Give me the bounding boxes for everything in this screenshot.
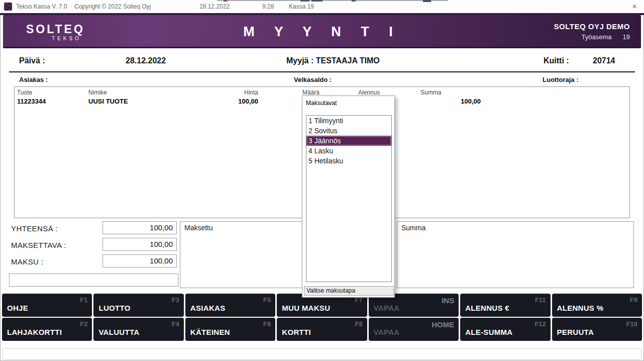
column-header-maara: Määrä [302,89,319,96]
column-header-nimike: Nimike [88,89,107,96]
ale-summa-button[interactable]: ALE-SUMMA F12 [460,318,550,341]
workstation-info: Työasema19 [554,33,630,41]
fkey-label: PERUUTA [557,328,594,336]
debt-label: Velkasaldo : [294,76,332,83]
titlebar-date: 28.12.2022 [199,3,230,10]
sum-panel-title: Summa [401,224,425,232]
fkey-keycap: F3 [172,296,179,304]
fkey-label: LUOTTO [98,304,130,312]
total-label: YHTEENSÄ : [11,224,58,233]
payable-label: MAKSETTAVA : [11,241,66,249]
fkey-keycap: F6 [263,320,271,328]
fkey-label: OHJE [7,304,28,312]
fkey-keycap: F2 [80,320,87,328]
fkey-keycap: F1 [80,296,87,304]
alennus-euro-button[interactable]: ALENNUS € F11 [460,294,550,317]
column-header-summa: Summa [420,89,441,96]
payment-method-item[interactable]: 2 Sovitus [306,126,391,136]
credit-limit-label: Luottoraja : [543,76,579,83]
close-icon[interactable]: ✕ [632,3,637,10]
fkey-keycap: HOME [432,320,454,329]
paid-panel-title: Maksettu [184,224,213,232]
divider [9,71,635,72]
cell-summa: 100,00 [420,98,481,105]
fkey-label: VALUUTTA [98,328,139,336]
entry-input[interactable] [9,274,178,287]
receipt-number: 20714 [593,56,615,65]
pos-window: Tekso Kassa V. 7.0 Copyright © 2022 Solt… [0,0,644,361]
fkey-label: VAPAA [374,304,400,312]
fkey-keycap: F11 [535,296,546,304]
kateinen-button[interactable]: KÄTEINEN F6 [185,318,275,341]
fkey-label: ALENNUS € [465,304,509,312]
customer-label: Asiakas : [19,76,48,83]
workstation-number: 19 [623,33,630,41]
titlebar-register: Kassa 19 [289,3,314,10]
fkey-label: KORTTI [282,328,311,336]
fkey-keycap: F9 [630,296,637,304]
fkey-keycap: F4 [172,320,179,328]
fkey-keycap: F10 [626,320,637,328]
payment-label: MAKSU : [11,257,43,266]
fkey-label: VAPAA [374,328,400,336]
logo-text-main: SOLTEQ [26,23,81,35]
date-value: 28.12.2022 [126,56,166,65]
screen-artifact [423,0,431,2]
column-header-hinta: Hinta [205,89,258,96]
titlebar: Tekso Kassa V. 7.0 Copyright © 2022 Solt… [0,0,644,13]
luotto-button[interactable]: LUOTTO F3 [93,294,183,317]
fkey-label: KÄTEINEN [190,328,230,336]
asiakas-button[interactable]: ASIAKAS F5 [185,294,275,317]
fkey-keycap: F12 [534,320,546,328]
fkey-keycap: INS [442,296,454,305]
alennus-percent-button[interactable]: ALENNUS % F9 [552,294,642,317]
payment-method-list[interactable]: 1 Tilimyynti 2 Sovitus 3 Jäännös 4 Lasku… [306,115,392,282]
payment-methods-dialog: Maksutavat 1 Tilimyynti 2 Sovitus 3 Jään… [302,96,395,298]
titlebar-time: 9:28 [262,3,274,10]
column-header-tuote: Tuote [17,89,32,96]
copyright-text: Copyright © 2022 Solteq Oyj [74,3,151,10]
app-title: Tekso Kassa V. 7.0 [16,3,67,10]
payment-value-field[interactable]: 100,00 [102,254,177,267]
cell-hinta: 100,00 [205,98,258,105]
kortti-button[interactable]: KORTTI F8 [277,318,367,341]
total-value-field[interactable]: 100,00 [102,221,177,234]
payable-value-field[interactable]: 100,00 [102,238,177,251]
lahjakortti-button[interactable]: LAHJAKORTTI F2 [2,318,92,341]
screen-artifact [217,0,448,1]
seller-label: Myyjä : TESTAAJA TIMO [286,56,380,65]
peruuta-button[interactable]: PERUUTA F10 [552,318,642,341]
fkey-label: ASIAKAS [190,304,226,312]
dialog-status-bar: Valitse maksutapa [304,286,394,296]
cell-nimike: UUSI TUOTE [88,98,128,105]
header-right: SOLTEQ OYJ DEMO Työasema19 [554,22,630,41]
fkey-label: MUU MAKSU [282,304,330,312]
screen-artifact [227,0,228,2]
date-label: Päivä : [19,56,45,65]
workstation-label: Työasema [582,33,612,41]
payment-method-item[interactable]: 4 Lasku [306,146,391,156]
function-key-bar: OHJE F1 LUOTTO F3 ASIAKAS F5 MUU MAKSU F… [2,294,642,341]
valuutta-button[interactable]: VALUUTTA F4 [93,318,183,341]
company-name: SOLTEQ OYJ DEMO [554,22,630,31]
fkey-label: ALE-SUMMA [465,328,512,336]
screen-artifact [352,0,356,2]
fkey-keycap: F5 [263,296,271,304]
ohje-button[interactable]: OHJE F1 [2,294,92,317]
column-header-alennus: Alennus [358,89,380,96]
screen-artifact [300,0,309,2]
app-logo-icon [4,3,12,11]
payment-method-item[interactable]: 3 Jäännös [306,136,391,146]
page-title: M Y Y N T I [243,24,401,40]
dialog-title: Maksutavat [306,100,337,107]
fkey-keycap: F8 [355,320,363,328]
screen-artifact [311,0,323,2]
receipt-label: Kuitti : [544,56,569,65]
fkey-label: ALENNUS % [557,304,604,312]
payment-method-item[interactable]: 1 Tilimyynti [306,116,391,126]
vapaa-home-button: VAPAA HOME [369,318,459,341]
payment-method-item[interactable]: 5 Hetilasku [306,156,391,166]
sum-panel: Summa [397,221,634,288]
fkey-label: LAHJAKORTTI [7,328,62,336]
app-header: SOLTEQ TEKSO M Y Y N T I SOLTEQ OYJ DEMO… [3,15,641,48]
